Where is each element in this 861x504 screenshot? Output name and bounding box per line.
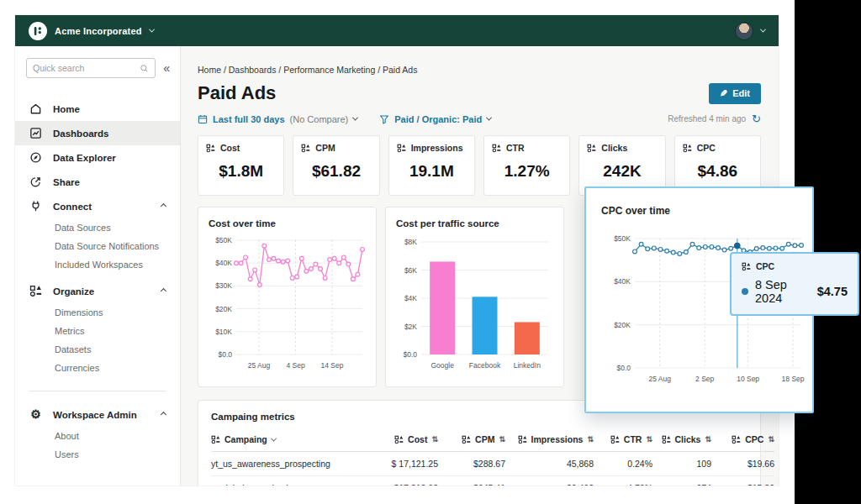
cell-ctr: 4.76%	[594, 476, 652, 486]
user-menu[interactable]	[735, 22, 765, 40]
sidebar-item-organize[interactable]: Organize	[15, 279, 180, 303]
table-row: g_global_generic_dsa $17,213.63 $645.41 …	[211, 476, 774, 486]
date-range-filter[interactable]: Last full 30 days (No Compare)	[198, 114, 357, 124]
brand-logo-icon	[29, 22, 47, 40]
filter-bar: Last full 30 days (No Compare) Paid / Or…	[198, 113, 761, 124]
metric-icon	[206, 144, 215, 153]
page-title: Paid Ads	[198, 82, 276, 104]
kpi-label: Cost	[220, 143, 240, 153]
chart-title: CPC over time	[601, 205, 812, 217]
svg-text:$40K: $40K	[215, 259, 232, 267]
svg-text:$10K: $10K	[215, 328, 232, 336]
sidebar-subitem-data-sources[interactable]: Data Sources	[15, 218, 180, 237]
sidebar-item-share[interactable]: Share	[15, 170, 180, 194]
svg-text:4 Sep: 4 Sep	[286, 361, 304, 370]
svg-text:LinkedIn: LinkedIn	[514, 361, 541, 370]
kpi-card-impressions: Impressions 19.1M	[388, 135, 475, 196]
chevron-down-icon	[486, 115, 492, 121]
metric-icon	[397, 144, 406, 153]
svg-text:$50K: $50K	[614, 234, 631, 243]
column-header-campaing[interactable]: Campaing	[211, 429, 358, 452]
sort-icon: ⇅	[705, 435, 711, 444]
date-range-label: Last full 30 days	[213, 114, 285, 124]
quick-search-box[interactable]	[26, 58, 156, 78]
metric-icon	[683, 144, 692, 153]
sidebar-subitem-metrics[interactable]: Metrics	[15, 322, 180, 340]
sidebar: « Home Dashboards Data Explorer Share	[15, 46, 181, 486]
column-header-impressions[interactable]: Impressions⇅	[505, 429, 594, 452]
svg-text:Facebook: Facebook	[469, 361, 501, 370]
sidebar-divider	[29, 391, 166, 391]
cell-impressions: 20,462	[505, 476, 594, 486]
search-input[interactable]	[33, 63, 136, 73]
table-header-row: Campaing Cost⇅ CPM⇅ Impressions⇅ CTR⇅ Cl…	[211, 429, 774, 452]
svg-text:$6K: $6K	[404, 266, 417, 275]
refresh-icon[interactable]: ↻	[752, 113, 761, 124]
edit-button[interactable]: ✎ Edit	[709, 83, 761, 104]
sidebar-item-home[interactable]: Home	[15, 97, 180, 121]
share-icon	[29, 176, 42, 188]
svg-text:$2K: $2K	[404, 323, 417, 331]
cell-cpm: $288.67	[438, 452, 505, 476]
column-header-clicks[interactable]: Clicks⇅	[652, 429, 711, 452]
sidebar-subitem-users[interactable]: Users	[15, 445, 180, 464]
sidebar-subitem-currencies[interactable]: Currencies	[15, 359, 180, 377]
sidebar-subitem-about[interactable]: About	[15, 427, 180, 445]
cost-over-time-chart: $50K$40K$30K$20K$10K$0.025 Aug4 Sep14 Se…	[209, 232, 367, 381]
table-row: yt_us_awareness_prospecting $ 17,121.25 …	[211, 452, 774, 476]
sidebar-item-data-explorer[interactable]: Data Explorer	[15, 145, 180, 170]
kpi-value: 19.1M	[397, 162, 467, 181]
sidebar-subitem-included-workspaces[interactable]: Included Workspaces	[15, 255, 180, 274]
svg-text:$30K: $30K	[215, 281, 232, 290]
sidebar-collapse-icon[interactable]: «	[163, 62, 169, 74]
cost-per-source-card: Cost per traffic source $8K$6K$4K$2K$0.0…	[385, 207, 564, 387]
paid-organic-filter[interactable]: Paid / Organic: Paid	[379, 114, 491, 124]
refreshed-status: Refreshed 4 min ago	[668, 114, 746, 123]
metric-icon	[742, 262, 751, 271]
dashboards-icon	[29, 127, 42, 139]
user-avatar	[735, 22, 753, 40]
sidebar-item-dashboards[interactable]: Dashboards	[15, 121, 180, 145]
chevron-down-icon	[352, 115, 358, 121]
edit-button-label: Edit	[732, 88, 750, 98]
metric-icon	[462, 435, 471, 444]
chevron-up-icon	[161, 203, 166, 209]
user-chevron-down-icon	[760, 27, 766, 33]
column-header-ctr[interactable]: CTR⇅	[594, 429, 652, 452]
cell-clicks: 109	[652, 452, 711, 476]
breadcrumb[interactable]: Home / Dashboards / Performance Marketin…	[198, 65, 761, 75]
tooltip-date: 8 Sep 2024	[755, 278, 811, 305]
column-label: CPC	[745, 434, 763, 444]
chart-tooltip: CPC 8 Sep 2024 $4.75	[730, 252, 859, 316]
cell-cost: $ 17,121.25	[358, 452, 438, 476]
metric-icon	[394, 435, 404, 444]
sidebar-subitem-data-source-notifications[interactable]: Data Source Notifications	[15, 237, 180, 255]
cost-per-traffic-source-chart: $8K$6K$4K$2K$0.0GoogleFacebookLinkedIn	[396, 232, 555, 381]
topbar: Acme Incorporated	[15, 15, 779, 46]
svg-text:$0.0: $0.0	[403, 350, 417, 359]
sidebar-subitem-datasets[interactable]: Datasets	[15, 340, 180, 359]
kpi-label: CPC	[697, 143, 716, 153]
svg-text:$20K: $20K	[215, 305, 232, 313]
column-header-cpm[interactable]: CPM⇅	[438, 429, 505, 452]
sort-icon: ⇅	[768, 435, 774, 444]
svg-text:$4K: $4K	[404, 294, 417, 302]
sidebar-item-label: Home	[53, 104, 80, 114]
svg-text:10 Sep: 10 Sep	[737, 375, 759, 383]
kpi-label: Impressions	[411, 143, 463, 153]
column-header-cpc[interactable]: CPC⇅	[711, 429, 774, 452]
sidebar-item-connect[interactable]: Connect	[15, 194, 180, 218]
column-header-cost[interactable]: Cost⇅	[358, 429, 438, 452]
cell-cpc: $19.66	[711, 452, 774, 476]
sort-icon: ⇅	[587, 435, 594, 444]
sidebar-item-workspace-admin[interactable]: ⚙ Workspace Admin	[15, 402, 180, 427]
kpi-value: $4.86	[683, 162, 753, 181]
sidebar-subitem-dimensions[interactable]: Dimensions	[15, 303, 180, 322]
cell-cost: $17,213.63	[358, 476, 438, 486]
column-label: Cost	[408, 434, 427, 444]
cell-campaign: yt_us_awareness_prospecting	[211, 452, 358, 476]
org-switcher[interactable]: Acme Incorporated	[29, 22, 154, 40]
kpi-value: 242K	[587, 162, 657, 181]
metric-icon	[587, 144, 596, 153]
sidebar-item-label: Dashboards	[53, 129, 108, 139]
